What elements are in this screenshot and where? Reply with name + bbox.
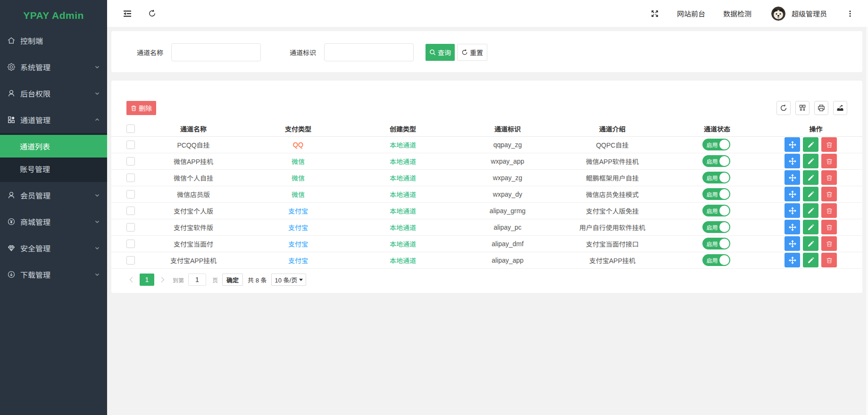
edit-row-button[interactable]: [803, 137, 818, 152]
row-checkbox[interactable]: [126, 141, 135, 149]
delete-row-button[interactable]: [821, 220, 837, 234]
delete-row-button[interactable]: [821, 236, 837, 251]
edit-row-button[interactable]: [803, 170, 818, 185]
status-toggle[interactable]: 启用: [702, 238, 730, 249]
status-toggle[interactable]: 启用: [702, 254, 730, 266]
app-logo: YPAY Admin: [0, 0, 107, 27]
sidebar-subitem-channel-list[interactable]: 通道列表: [0, 135, 107, 158]
move-row-button[interactable]: [785, 187, 800, 201]
channel-code-input[interactable]: [324, 43, 414, 61]
goto-page-input[interactable]: [188, 274, 206, 286]
select-all-checkbox[interactable]: [126, 124, 135, 133]
cell-channel-code: wxpay_dy: [455, 186, 560, 202]
cell-status: 启用: [665, 202, 769, 219]
sidebar-item-label: 会员管理: [20, 190, 94, 201]
sidebar-item-download[interactable]: 下载管理: [0, 261, 107, 288]
username[interactable]: 超级管理员: [792, 8, 827, 18]
col-header-pay-type: 支付类型: [246, 122, 351, 136]
row-checkbox[interactable]: [126, 207, 135, 215]
cell-create-type-link[interactable]: 本地通道: [390, 208, 416, 215]
chevron-down-icon: [94, 64, 100, 70]
sidebar-menu: 控制端 系统管理 后台权限 通道管理: [0, 27, 107, 288]
sidebar-subitem-account[interactable]: 账号管理: [0, 158, 107, 180]
confirm-page-button[interactable]: 确定: [222, 274, 243, 286]
cell-create-type-link[interactable]: 本地通道: [390, 158, 416, 166]
move-row-button[interactable]: [785, 154, 800, 168]
sidebar-item-system[interactable]: 系统管理: [0, 54, 107, 80]
move-row-button[interactable]: [785, 220, 800, 234]
cell-create-type-link[interactable]: 本地通道: [390, 191, 416, 199]
delete-row-button[interactable]: [821, 253, 837, 267]
status-toggle[interactable]: 启用: [702, 221, 730, 233]
cell-actions: [769, 252, 862, 268]
sidebar-submenu-channel: 通道列表 账号管理: [0, 133, 107, 182]
delete-button[interactable]: 删除: [126, 101, 156, 115]
edit-row-button[interactable]: [803, 154, 818, 168]
cell-channel-desc: 微信店员免挂模式: [560, 186, 665, 202]
delete-row-button[interactable]: [821, 154, 837, 168]
move-row-button[interactable]: [785, 253, 800, 267]
status-toggle[interactable]: 启用: [702, 205, 730, 216]
delete-row-button[interactable]: [821, 137, 837, 152]
sidebar-item-mall[interactable]: 商城管理: [0, 208, 107, 235]
move-row-button[interactable]: [785, 203, 800, 218]
sidebar-item-channel[interactable]: 通道管理: [0, 107, 107, 133]
cell-create-type-link[interactable]: 本地通道: [390, 174, 416, 182]
delete-row-button[interactable]: [821, 203, 837, 218]
fullscreen-icon[interactable]: [651, 10, 658, 17]
more-menu-icon[interactable]: [849, 10, 851, 17]
status-toggle[interactable]: 启用: [702, 188, 730, 200]
status-toggle[interactable]: 启用: [702, 155, 730, 167]
table-filter-columns-button[interactable]: [795, 101, 810, 115]
table-print-button[interactable]: [814, 101, 828, 115]
table-export-button[interactable]: [833, 101, 847, 115]
edit-row-button[interactable]: [803, 203, 818, 218]
page-size-select[interactable]: 10 条/页: [271, 274, 306, 286]
reset-button[interactable]: 重置: [457, 44, 487, 61]
prev-page-icon[interactable]: [126, 276, 136, 283]
move-row-button[interactable]: [785, 137, 800, 152]
edit-row-button[interactable]: [803, 236, 818, 251]
move-row-button[interactable]: [785, 170, 800, 185]
row-checkbox[interactable]: [126, 223, 135, 232]
cell-channel-name: 支付宝个人版: [141, 202, 246, 219]
col-header-status: 通道状态: [665, 122, 769, 136]
channel-name-input[interactable]: [171, 43, 261, 61]
row-action-buttons: [785, 203, 837, 218]
row-checkbox[interactable]: [126, 240, 135, 248]
cell-channel-name: 微信APP挂机: [141, 153, 246, 169]
sidebar-item-security[interactable]: 安全管理: [0, 235, 107, 261]
row-checkbox[interactable]: [126, 256, 135, 265]
cell-channel-desc: 支付宝当面付接口: [560, 235, 665, 252]
page-number-current[interactable]: 1: [140, 274, 154, 286]
sidebar-item-permission[interactable]: 后台权限: [0, 80, 107, 107]
edit-row-button[interactable]: [803, 187, 818, 201]
table-row: 支付宝APP挂机 支付宝 本地通道 alipay_app 支付宝APP挂机 启用: [111, 252, 862, 268]
sidebar-item-member[interactable]: 会员管理: [0, 182, 107, 208]
row-checkbox-cell: [111, 202, 141, 219]
delete-row-button[interactable]: [821, 187, 837, 201]
sidebar-item-console[interactable]: 控制端: [0, 27, 107, 54]
edit-row-button[interactable]: [803, 253, 818, 267]
row-checkbox[interactable]: [126, 190, 135, 199]
nav-data-check[interactable]: 数据检测: [723, 8, 751, 18]
move-row-button[interactable]: [785, 236, 800, 251]
nav-site-front[interactable]: 网站前台: [677, 8, 705, 18]
cell-create-type-link[interactable]: 本地通道: [390, 241, 416, 248]
status-toggle-knob: [719, 222, 729, 232]
cell-create-type-link[interactable]: 本地通道: [390, 257, 416, 265]
edit-row-button[interactable]: [803, 220, 818, 234]
delete-row-button[interactable]: [821, 170, 837, 185]
collapse-sidebar-icon[interactable]: [124, 10, 131, 17]
row-checkbox[interactable]: [126, 174, 135, 182]
cell-create-type-link[interactable]: 本地通道: [390, 224, 416, 232]
row-checkbox[interactable]: [126, 157, 135, 166]
status-toggle[interactable]: 启用: [702, 172, 730, 183]
avatar[interactable]: [771, 7, 785, 21]
next-page-icon[interactable]: [158, 276, 167, 283]
refresh-icon[interactable]: [148, 9, 156, 17]
cell-create-type-link[interactable]: 本地通道: [390, 141, 416, 149]
query-button[interactable]: 查询: [426, 44, 455, 61]
table-refresh-button[interactable]: [776, 101, 791, 115]
status-toggle[interactable]: 启用: [702, 139, 730, 150]
